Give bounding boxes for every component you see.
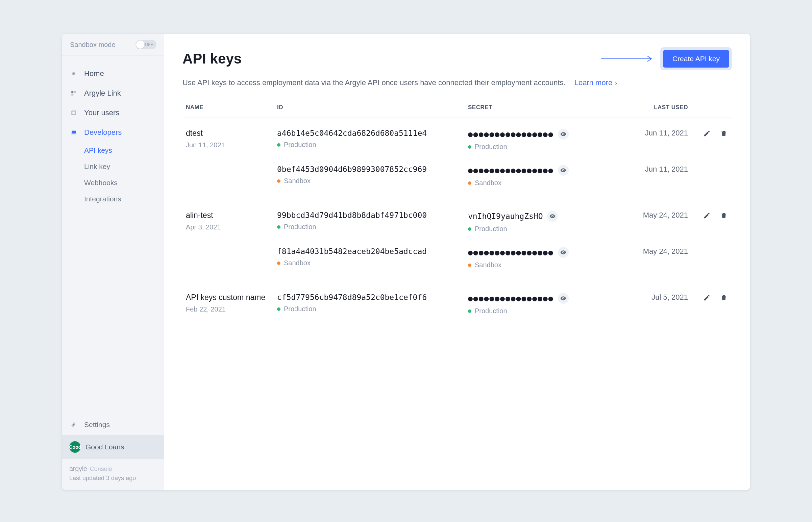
reveal-secret-button[interactable] bbox=[558, 293, 569, 304]
secret-masked: ●●●●●●●●●●●●●●●● bbox=[468, 248, 554, 257]
last-used: Jun 11, 2021 bbox=[642, 129, 688, 138]
chevron-right-icon: › bbox=[615, 80, 617, 86]
env-row: Sandbox bbox=[277, 177, 468, 185]
key-row: f81a4a4031b5482eaceb204be5adccadSandbox●… bbox=[186, 247, 729, 269]
nav-label: Your users bbox=[84, 108, 119, 117]
nav-label: Developers bbox=[84, 128, 122, 137]
key-id: cf5d77956cb9478d89a52c0be1cef0f6 bbox=[277, 293, 468, 302]
env-row: Sandbox bbox=[468, 179, 642, 187]
key-group: dtestJun 11, 2021a46b14e5c04642cda6826d6… bbox=[182, 118, 732, 200]
sandbox-toggle[interactable]: OFF bbox=[136, 40, 157, 49]
header-row: API keys Create API key bbox=[182, 47, 732, 70]
key-name: API keys custom name bbox=[186, 293, 277, 302]
secret-masked: ●●●●●●●●●●●●●●●● bbox=[468, 294, 554, 303]
page-description: Use API keys to access employment data v… bbox=[182, 78, 566, 87]
sidebar-footer: Settings Good Good Loans argyle Console … bbox=[62, 414, 164, 490]
link-icon bbox=[69, 89, 78, 98]
subnav-item-integrations[interactable]: Integrations bbox=[84, 191, 164, 207]
subnav-item-webhooks[interactable]: Webhooks bbox=[84, 175, 164, 191]
laptop-icon bbox=[69, 128, 78, 137]
env-label: Production bbox=[284, 223, 316, 231]
reveal-secret-button[interactable] bbox=[547, 211, 558, 222]
key-created-date: Apr 3, 2021 bbox=[186, 223, 277, 231]
key-row: dtestJun 11, 2021a46b14e5c04642cda6826d6… bbox=[186, 129, 729, 151]
create-api-key-button[interactable]: Create API key bbox=[663, 50, 729, 67]
dot-production-icon bbox=[277, 143, 281, 147]
key-created-date: Feb 22, 2021 bbox=[186, 305, 277, 313]
nav-label: Argyle Link bbox=[84, 89, 121, 98]
brand-sub: Console bbox=[90, 466, 112, 473]
nav-label: Home bbox=[84, 69, 104, 78]
keys-table-body: dtestJun 11, 2021a46b14e5c04642cda6826d6… bbox=[182, 118, 732, 328]
dot-sandbox-icon bbox=[468, 263, 471, 267]
dot-sandbox-icon bbox=[277, 179, 281, 183]
key-row: alin-testApr 3, 202199bbcd34d79d41bd8b8d… bbox=[186, 211, 729, 233]
col-id: ID bbox=[277, 104, 468, 111]
env-row: Production bbox=[277, 305, 468, 313]
last-used: May 24, 2021 bbox=[642, 211, 688, 220]
env-label: Production bbox=[284, 141, 316, 149]
learn-more-link[interactable]: Learn more› bbox=[574, 78, 617, 87]
env-row: Sandbox bbox=[277, 259, 468, 267]
env-label: Sandbox bbox=[475, 179, 502, 187]
key-row: API keys custom nameFeb 22, 2021cf5d7795… bbox=[186, 293, 729, 315]
key-id: 0bef4453d0904d6b98993007852cc969 bbox=[277, 165, 468, 174]
env-row: Production bbox=[277, 223, 468, 231]
footer-meta: argyle Console Last updated 3 days ago bbox=[62, 459, 164, 490]
last-used: Jun 11, 2021 bbox=[642, 165, 688, 174]
nav-item-argyle-link[interactable]: Argyle Link bbox=[62, 83, 164, 103]
nav-item-developers[interactable]: Developers bbox=[62, 123, 164, 142]
subnav-item-api-keys[interactable]: API keys bbox=[84, 142, 164, 158]
dot-production-icon bbox=[468, 227, 471, 231]
edit-button[interactable] bbox=[702, 211, 712, 220]
svg-rect-6 bbox=[72, 112, 75, 114]
edit-button[interactable] bbox=[702, 129, 712, 138]
main-content: API keys Create API key Use API keys to … bbox=[164, 34, 750, 490]
svg-rect-2 bbox=[71, 91, 73, 93]
reveal-secret-button[interactable] bbox=[558, 129, 569, 140]
page-description-row: Use API keys to access employment data v… bbox=[182, 78, 732, 87]
key-id: f81a4a4031b5482eaceb204be5adccad bbox=[277, 247, 468, 256]
brand-name: argyle bbox=[69, 465, 87, 473]
org-name: Good Loans bbox=[85, 443, 124, 451]
env-row: Production bbox=[468, 225, 642, 233]
edit-button[interactable] bbox=[702, 293, 712, 302]
env-label: Sandbox bbox=[284, 177, 310, 185]
page-title: API keys bbox=[182, 51, 242, 67]
env-label: Production bbox=[475, 143, 507, 151]
delete-button[interactable] bbox=[719, 293, 729, 302]
sandbox-toggle-row: Sandbox mode OFF bbox=[62, 34, 164, 56]
key-row: 0bef4453d0904d6b98993007852cc969Sandbox●… bbox=[186, 165, 729, 187]
delete-button[interactable] bbox=[719, 211, 729, 220]
dot-sandbox-icon bbox=[468, 181, 471, 185]
last-updated: Last updated 3 days ago bbox=[69, 475, 157, 482]
svg-rect-4 bbox=[71, 94, 73, 96]
svg-rect-7 bbox=[72, 131, 76, 134]
key-id: 99bbcd34d79d41bd8b8dabf4971bc000 bbox=[277, 211, 468, 220]
dot-production-icon bbox=[468, 309, 471, 313]
svg-point-11 bbox=[563, 134, 564, 135]
reveal-secret-button[interactable] bbox=[558, 165, 569, 176]
key-created-date: Jun 11, 2021 bbox=[186, 141, 277, 149]
nav-item-users[interactable]: Your users bbox=[62, 103, 164, 123]
svg-point-13 bbox=[552, 216, 553, 217]
nav-item-home[interactable]: Home bbox=[62, 64, 164, 83]
last-used: May 24, 2021 bbox=[642, 247, 688, 256]
delete-button[interactable] bbox=[719, 129, 729, 138]
reveal-secret-button[interactable] bbox=[558, 247, 569, 258]
key-group: alin-testApr 3, 202199bbcd34d79d41bd8b8d… bbox=[182, 200, 732, 282]
svg-rect-3 bbox=[74, 91, 76, 93]
env-row: Production bbox=[468, 143, 642, 151]
table-header: NAME ID SECRET LAST USED bbox=[182, 104, 732, 118]
svg-point-15 bbox=[563, 298, 564, 299]
org-switcher[interactable]: Good Good Loans bbox=[62, 435, 164, 459]
sidebar: Sandbox mode OFF Home Argyle Link bbox=[62, 34, 164, 490]
subnav-item-link-key[interactable]: Link key bbox=[84, 158, 164, 175]
create-wrap: Create API key bbox=[600, 47, 732, 70]
nav-item-settings[interactable]: Settings bbox=[62, 414, 164, 435]
secret-revealed: vnIhQI9yauhgZsHO bbox=[468, 212, 543, 221]
svg-point-1 bbox=[73, 73, 75, 75]
col-last-used: LAST USED bbox=[642, 104, 695, 111]
env-label: Production bbox=[475, 225, 507, 233]
sandbox-label: Sandbox mode bbox=[70, 41, 116, 49]
